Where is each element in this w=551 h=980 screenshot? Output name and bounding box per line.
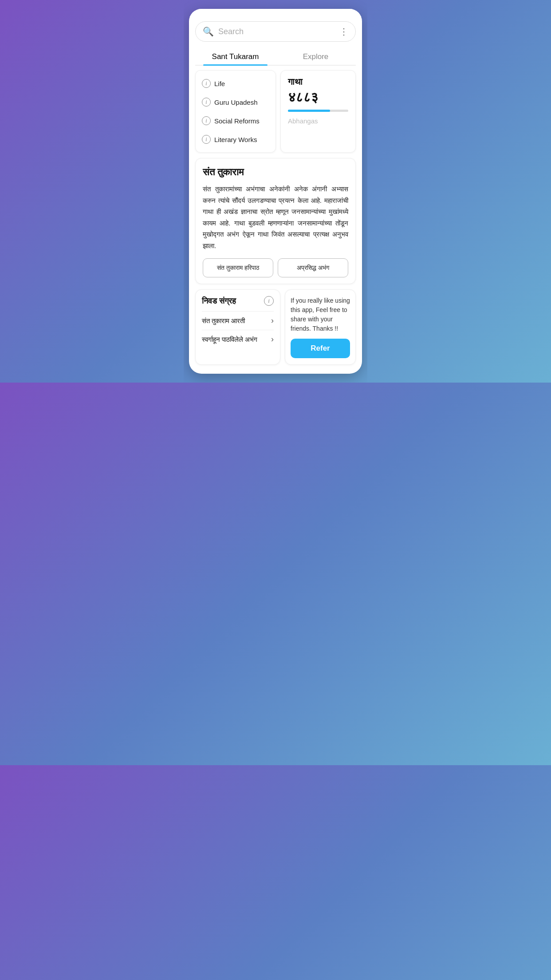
bottom-row: निवड संग्रह i संत तुकाराम आरती › स्वर्गा… [195, 289, 356, 365]
phone-top [189, 9, 362, 17]
info-icon-literary: i [202, 135, 211, 144]
tab-explore[interactable]: Explore [276, 48, 356, 65]
progress-bar [288, 110, 348, 112]
stats-card: गाथा ४८८३ Abhangas [280, 70, 356, 153]
phone-shell: 🔍 Search ⋮ Sant Tukaram Explore i Life i… [189, 9, 362, 374]
menu-item-guru[interactable]: i Guru Upadesh [196, 93, 276, 111]
menu-item-social[interactable]: i Social Reforms [196, 111, 276, 130]
nivad-info-icon[interactable]: i [264, 296, 274, 306]
menu-item-literary-label: Literary Works [214, 136, 257, 143]
stats-title: गाथा [288, 77, 348, 87]
stats-sub: Abhangas [288, 117, 348, 125]
refer-card: If you really like using this app, Feel … [285, 289, 356, 365]
menu-item-social-label: Social Reforms [214, 117, 260, 125]
info-icon-social: i [202, 116, 211, 125]
search-placeholder: Search [218, 27, 339, 36]
nivad-aarti-label: संत तुकाराम आरती [202, 316, 268, 325]
main-card-body: संत तुकारामांच्या अभंगाचा अनेकांनी अनेक … [203, 183, 348, 251]
menu-item-life[interactable]: i Life [196, 74, 276, 93]
tab-bar: Sant Tukaram Explore [195, 48, 356, 66]
aprasiddh-button[interactable]: अप्रसिद्ध अभंग [278, 258, 348, 277]
info-icon-guru: i [202, 98, 211, 107]
menu-item-literary[interactable]: i Literary Works [196, 130, 276, 149]
content-row: i Life i Guru Upadesh i Social Reforms i… [195, 70, 356, 153]
search-bar[interactable]: 🔍 Search ⋮ [195, 21, 356, 42]
nivad-swarga-label: स्वर्गाहून पाठविलेले अभंग [202, 335, 268, 344]
menu-list: i Life i Guru Upadesh i Social Reforms i… [195, 70, 276, 153]
chevron-icon-swarga: › [271, 335, 274, 344]
menu-item-life-label: Life [214, 80, 225, 87]
nivad-header: निवड संग्रह i [202, 296, 274, 306]
refer-button[interactable]: Refer [291, 339, 350, 358]
haripat-button[interactable]: संत तुकाराम हरिपाठ [203, 258, 273, 277]
stats-number: ४८८३ [288, 90, 348, 105]
more-options-icon[interactable]: ⋮ [339, 26, 348, 37]
progress-bar-fill [288, 110, 330, 112]
tab-sant-tukaram[interactable]: Sant Tukaram [195, 48, 276, 65]
nivad-item-aarti[interactable]: संत तुकाराम आरती › [202, 311, 274, 330]
menu-item-guru-label: Guru Upadesh [214, 99, 258, 106]
nivad-title: निवड संग्रह [202, 296, 264, 306]
chevron-icon-aarti: › [271, 316, 274, 325]
nivad-card: निवड संग्रह i संत तुकाराम आरती › स्वर्गा… [195, 289, 280, 365]
search-icon: 🔍 [203, 26, 214, 37]
refer-text: If you really like using this app, Feel … [291, 296, 350, 333]
main-card-title: संत तुकाराम [203, 166, 348, 178]
info-icon-life: i [202, 79, 211, 88]
nivad-item-swarga[interactable]: स्वर्गाहून पाठविलेले अभंग › [202, 330, 274, 348]
main-card-buttons: संत तुकाराम हरिपाठ अप्रसिद्ध अभंग [203, 258, 348, 277]
main-card: संत तुकाराम संत तुकारामांच्या अभंगाचा अन… [195, 158, 356, 284]
